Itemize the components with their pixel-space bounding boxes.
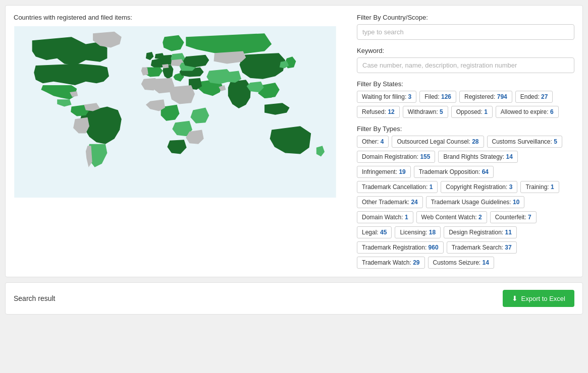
map-section: Countries with registered and filed item… xyxy=(14,14,347,269)
world-map xyxy=(14,26,337,198)
keyword-filter-group: Keyword: xyxy=(357,47,574,73)
states-tags: Waiting for filing: 3Filed: 126Registere… xyxy=(357,91,574,118)
type-tag[interactable]: Training: 1 xyxy=(520,181,559,193)
map-container xyxy=(14,26,337,198)
type-tag[interactable]: Other: 4 xyxy=(357,136,389,148)
map-title: Countries with registered and filed item… xyxy=(14,14,347,21)
keyword-label: Keyword: xyxy=(357,47,574,54)
bottom-bar: Search result ⬇ Export to Excel xyxy=(5,282,583,315)
state-tag[interactable]: Opposed: 1 xyxy=(451,106,493,118)
states-filter-group: Filter By States: Waiting for filing: 3F… xyxy=(357,80,574,118)
type-tag[interactable]: Infringement: 19 xyxy=(357,166,411,178)
top-panel: Countries with registered and filed item… xyxy=(5,5,583,277)
type-tag[interactable]: Counterfeit: 7 xyxy=(490,211,537,223)
country-usa xyxy=(34,64,109,85)
export-button-label: Export to Excel xyxy=(521,295,565,302)
type-tag[interactable]: Trademark Registration: 960 xyxy=(357,241,444,254)
type-tag[interactable]: Licensing: 18 xyxy=(395,226,441,238)
types-filter-group: Filter By Types: Other: 4Outsourced Lega… xyxy=(357,125,574,269)
main-container: Countries with registered and filed item… xyxy=(0,0,588,373)
country-kazakhstan xyxy=(214,51,246,64)
types-label: Filter By Types: xyxy=(357,125,574,133)
type-tag[interactable]: Brand Rights Strategy: 14 xyxy=(438,151,517,163)
search-result-label: Search result xyxy=(14,294,55,302)
type-tag[interactable]: Design Registration: 11 xyxy=(444,226,517,238)
state-tag[interactable]: Registered: 794 xyxy=(459,91,512,103)
export-to-excel-button[interactable]: ⬇ Export to Excel xyxy=(503,290,574,307)
keyword-input[interactable] xyxy=(357,57,574,73)
filter-section: Filter By Country/Scope: Keyword: Filter… xyxy=(357,14,574,269)
type-tag[interactable]: Other Trademark: 24 xyxy=(357,196,423,208)
type-tag[interactable]: Web Content Watch: 2 xyxy=(416,211,487,223)
type-tag[interactable]: Trademark Opposition: 64 xyxy=(414,166,494,178)
type-tag[interactable]: Trademark Search: 37 xyxy=(447,241,517,254)
type-tag[interactable]: Customs Surveillance: 5 xyxy=(487,136,562,148)
country-ukraine xyxy=(183,55,209,68)
types-tags: Other: 4Outsourced Legal Counsel: 28Cust… xyxy=(357,136,574,269)
type-tag[interactable]: Domain Registration: 155 xyxy=(357,151,435,163)
type-tag[interactable]: Legal: 45 xyxy=(357,226,392,238)
state-tag[interactable]: Ended: 27 xyxy=(515,91,553,103)
state-tag[interactable]: Filed: 126 xyxy=(419,91,456,103)
type-tag[interactable]: Customs Seizure: 14 xyxy=(428,257,494,269)
state-tag[interactable]: Allowed to expire: 6 xyxy=(496,106,559,118)
country-scope-filter-group: Filter By Country/Scope: xyxy=(357,14,574,40)
type-tag[interactable]: Trademark Usage Guidelines: 10 xyxy=(426,196,525,208)
state-tag[interactable]: Waiting for filing: 3 xyxy=(357,91,416,103)
download-icon: ⬇ xyxy=(512,294,518,302)
country-scope-input[interactable] xyxy=(357,24,574,40)
state-tag[interactable]: Withdrawn: 5 xyxy=(403,106,448,118)
state-tag[interactable]: Refused: 12 xyxy=(357,106,400,118)
type-tag[interactable]: Domain Watch: 1 xyxy=(357,211,413,223)
country-scope-label: Filter By Country/Scope: xyxy=(357,14,574,21)
states-label: Filter By States: xyxy=(357,80,574,88)
type-tag[interactable]: Outsourced Legal Counsel: 28 xyxy=(392,136,484,148)
type-tag[interactable]: Copyright Registration: 3 xyxy=(441,181,517,193)
type-tag[interactable]: Trademark Watch: 29 xyxy=(357,257,425,269)
type-tag[interactable]: Trademark Cancellation: 1 xyxy=(357,181,438,193)
